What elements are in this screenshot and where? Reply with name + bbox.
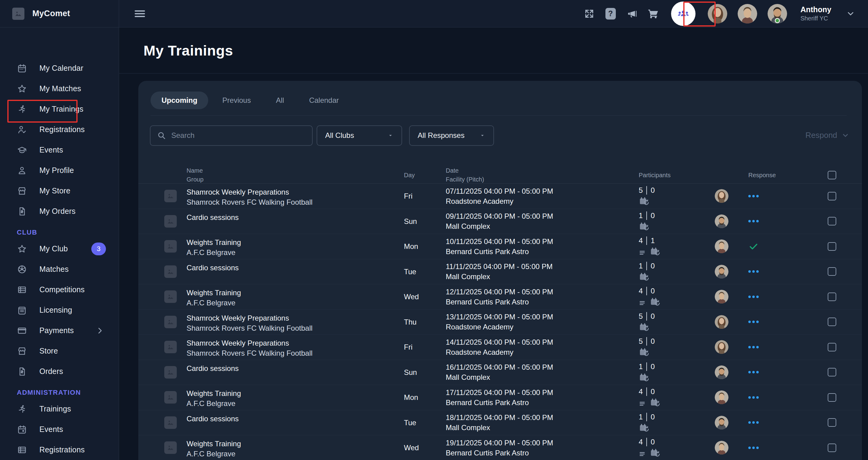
recurring-icon — [650, 448, 660, 458]
training-name: Shamrock Weekly Preparations — [187, 187, 404, 197]
sidebar-item-events[interactable]: Events — [0, 140, 119, 160]
day-cell: Tue — [404, 267, 446, 277]
row-checkbox[interactable] — [828, 242, 836, 251]
sidebar-item-admin-trainings[interactable]: Trainings — [0, 399, 119, 419]
fullscreen-icon[interactable] — [584, 8, 595, 19]
participants-divider — [646, 438, 647, 446]
tab-previous[interactable]: Previous — [211, 92, 262, 109]
table-row[interactable]: Cardio sessionsTue11/11/2025 04:00 PM - … — [138, 259, 862, 285]
announcements-icon[interactable] — [626, 8, 638, 19]
coach-avatar — [715, 441, 728, 455]
day-cell: Sun — [404, 216, 446, 226]
sidebar-item-my-trainings[interactable]: My Trainings — [0, 99, 119, 119]
table-row[interactable]: Shamrock Weekly PreparationsShamrock Rov… — [138, 335, 862, 360]
row-checkbox[interactable] — [828, 393, 836, 402]
tab-calendar[interactable]: Calendar — [298, 92, 349, 109]
sidebar-item-my-calendar[interactable]: My Calendar — [0, 58, 119, 78]
sidebar-item-club-matches[interactable]: Matches — [0, 259, 119, 280]
sidebar-item-my-club[interactable]: My Club3 — [0, 238, 119, 259]
sidebar-item-admin-registrations[interactable]: Registrations — [0, 439, 119, 460]
row-actions-ellipsis-button[interactable] — [748, 315, 828, 329]
avatar-female[interactable] — [708, 4, 727, 24]
row-checkbox[interactable] — [828, 217, 836, 225]
image-placeholder-icon — [164, 341, 177, 353]
table-row[interactable]: Cardio sessionsSun16/11/2025 04:00 PM - … — [138, 360, 862, 385]
row-checkbox[interactable] — [828, 443, 836, 452]
user-menu-chevron-down-icon[interactable] — [846, 9, 855, 18]
sidebar-item-registrations[interactable]: Registrations — [0, 119, 119, 140]
row-checkbox[interactable] — [828, 418, 836, 427]
row-thumbnail — [164, 316, 187, 328]
row-thumbnail — [164, 190, 187, 202]
notes-icon — [639, 299, 647, 307]
row-actions-ellipsis-button[interactable] — [748, 340, 828, 354]
menu-toggle-icon[interactable] — [134, 9, 145, 18]
user-info[interactable]: Anthony Sheriff YC — [801, 5, 831, 22]
training-facility: Roadstone Academy — [446, 347, 639, 357]
clubs-filter-dropdown[interactable]: All Clubs — [317, 125, 402, 146]
day-cell: Thu — [404, 317, 446, 327]
table-row[interactable]: Weights TrainingA.F.C BelgraveWed19/11/2… — [138, 435, 862, 460]
sidebar-item-my-matches[interactable]: My Matches — [0, 78, 119, 99]
row-checkbox[interactable] — [828, 343, 836, 352]
row-checkbox[interactable] — [828, 192, 836, 200]
row-actions-ellipsis-button[interactable] — [748, 215, 828, 228]
participants-declined: 0 — [651, 413, 655, 421]
table-row[interactable]: Weights TrainingA.F.C BelgraveMon10/11/2… — [138, 234, 862, 259]
sidebar-item-payments[interactable]: Payments — [0, 320, 119, 341]
row-actions-ellipsis-button[interactable] — [748, 189, 828, 203]
table-row[interactable]: Shamrock Weekly PreparationsShamrock Rov… — [138, 184, 862, 209]
image-placeholder-icon — [164, 190, 177, 202]
sidebar-item-orders[interactable]: Orders — [0, 361, 119, 382]
image-placeholder-icon — [164, 265, 177, 278]
sidebar-item-store[interactable]: Store — [0, 341, 119, 361]
row-actions-ellipsis-button[interactable] — [748, 416, 828, 429]
select-all-checkbox[interactable] — [828, 171, 836, 179]
sidebar-item-my-orders[interactable]: My Orders — [0, 201, 119, 222]
search-input[interactable] — [171, 131, 305, 140]
participants-count: 41 — [639, 236, 715, 245]
tab-all[interactable]: All — [265, 92, 295, 109]
participants-cell: 41 — [639, 234, 715, 257]
row-checkbox[interactable] — [828, 368, 836, 376]
logo[interactable]: MyComet — [0, 0, 119, 27]
table-icon — [17, 285, 27, 295]
image-placeholder-icon — [164, 441, 177, 454]
row-actions-ellipsis-button[interactable] — [748, 390, 828, 404]
table-row[interactable]: Weights TrainingA.F.C BelgraveMon17/11/2… — [138, 385, 862, 410]
training-name: Shamrock Weekly Preparations — [187, 338, 404, 348]
participants-declined: 0 — [651, 312, 655, 321]
notes-icon — [639, 249, 647, 257]
table-row[interactable]: Cardio sessionsTue18/11/2025 04:00 PM - … — [138, 410, 862, 436]
switch-account-group-button[interactable] — [671, 2, 695, 26]
table-row[interactable]: Cardio sessionsSun09/11/2025 04:00 PM - … — [138, 209, 862, 234]
participants-divider — [646, 387, 647, 396]
avatar-male-beard[interactable] — [768, 4, 787, 24]
recurring-icon — [650, 247, 660, 257]
row-checkbox[interactable] — [828, 318, 836, 326]
cart-icon[interactable] — [648, 8, 659, 19]
training-group: A.F.C Belgrave — [187, 298, 404, 308]
help-icon[interactable]: ? — [605, 8, 616, 19]
sidebar-item-my-store[interactable]: My Store — [0, 180, 119, 201]
sidebar-item-my-profile[interactable]: My Profile — [0, 160, 119, 180]
sidebar-item-admin-events[interactable]: Events — [0, 419, 119, 439]
table-row[interactable]: Shamrock Weekly PreparationsShamrock Rov… — [138, 309, 862, 335]
row-actions-ellipsis-button[interactable] — [748, 265, 828, 278]
avatar-male-young[interactable] — [738, 4, 757, 24]
responses-filter-dropdown[interactable]: All Responses — [409, 125, 494, 146]
row-actions-ellipsis-button[interactable] — [748, 441, 828, 455]
respond-button[interactable]: Respond — [805, 125, 849, 145]
row-checkbox[interactable] — [828, 267, 836, 276]
participants-count: 10 — [639, 211, 715, 220]
participants-confirmed: 1 — [639, 211, 643, 220]
training-name: Weights Training — [187, 288, 404, 298]
sidebar-item-licensing[interactable]: Licensing — [0, 300, 119, 320]
row-actions-ellipsis-button[interactable] — [748, 365, 828, 379]
day-cell: Fri — [404, 342, 446, 352]
table-row[interactable]: Weights TrainingA.F.C BelgraveWed12/11/2… — [138, 284, 862, 309]
tab-upcoming[interactable]: Upcoming — [151, 92, 208, 109]
sidebar-item-competitions[interactable]: Competitions — [0, 280, 119, 300]
row-actions-ellipsis-button[interactable] — [748, 290, 828, 303]
row-checkbox[interactable] — [828, 293, 836, 301]
